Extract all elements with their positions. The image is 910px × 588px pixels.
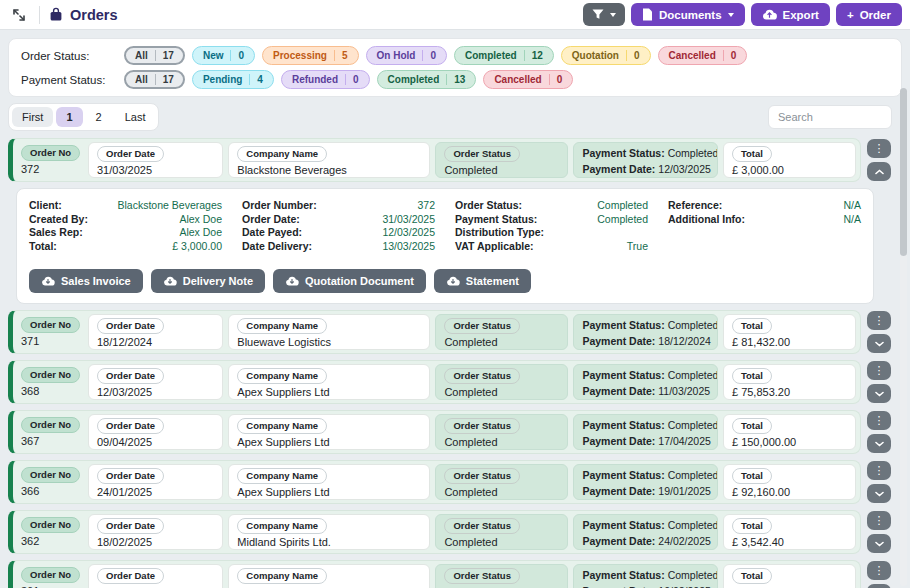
order-status-pill-new[interactable]: New0 — [192, 46, 255, 65]
chevron-down-icon[interactable] — [867, 434, 891, 453]
order-no-cell: Order No367 — [17, 414, 83, 450]
order-date-cell: Order Date09/04/2025 — [88, 414, 223, 450]
order-status-cell: Order Status Completed — [435, 142, 568, 178]
payment-cell: Payment Status: Completed Payment Date: … — [573, 142, 718, 178]
search-input[interactable] — [768, 105, 892, 129]
cloud-download-icon — [41, 276, 55, 286]
order-no-cell: Order No362 — [17, 514, 83, 550]
order-no-value: 371 — [21, 335, 75, 347]
pagination-last[interactable]: Last — [115, 107, 156, 127]
kebab-menu-icon[interactable]: ⋮ — [867, 361, 891, 380]
order-date-cell: Order Date18/12/2024 — [88, 314, 223, 350]
kebab-menu-icon[interactable]: ⋮ — [867, 511, 891, 530]
order-row-card[interactable]: Order No 372 Order Date 31/03/2025 Compa… — [8, 138, 861, 182]
order-no-cell: Order No366 — [17, 464, 83, 500]
order-no-cell: Order No368 — [17, 364, 83, 400]
order-row: Order No361Order Date10/02/2025Company N… — [8, 560, 892, 588]
order-no-value: 362 — [21, 535, 75, 547]
bag-icon — [49, 7, 63, 22]
order-row-card[interactable]: Order No366Order Date24/01/2025Company N… — [8, 460, 861, 504]
order-row-card[interactable]: Order No368Order Date12/03/2025Company N… — [8, 360, 861, 404]
kebab-menu-icon[interactable]: ⋮ — [867, 139, 891, 158]
chevron-down-icon[interactable] — [867, 484, 891, 503]
kebab-menu-icon[interactable]: ⋮ — [867, 311, 891, 330]
order-no-badge: Order No — [21, 467, 80, 483]
row-actions: ⋮ — [866, 510, 892, 554]
order-status-cell: Order StatusCompleted — [435, 464, 568, 500]
quotation-document-button[interactable]: Quotation Document — [273, 269, 426, 293]
order-date-cell: Order Date 31/03/2025 — [88, 142, 223, 178]
order-no-value: 366 — [21, 485, 75, 497]
detail-col-2: Order Number:372 Order Date:31/03/2025 D… — [242, 199, 435, 253]
statement-button[interactable]: Statement — [434, 269, 531, 293]
detail-col-4: Reference:N/A Additional Info:N/A — [668, 199, 861, 253]
order-no-cell: Order No 372 — [17, 142, 83, 178]
order-status-label: Order Status: — [21, 50, 117, 62]
sales-invoice-button[interactable]: Sales Invoice — [29, 269, 143, 293]
kebab-menu-icon[interactable]: ⋮ — [867, 561, 891, 580]
add-order-button[interactable]: + Order — [836, 3, 902, 26]
order-status-pill-quotation[interactable]: Quotation0 — [561, 46, 651, 65]
total-cell: Total£ 73,500.00 — [723, 564, 856, 588]
filter-button[interactable] — [583, 3, 625, 26]
row-actions: ⋮ — [866, 460, 892, 504]
order-status-pill-processing[interactable]: Processing5 — [262, 46, 358, 65]
payment-status-pill-all[interactable]: All17 — [124, 70, 185, 89]
document-buttons: Sales Invoice Delivery Note Quotation Do… — [29, 269, 861, 293]
total-cell: Total£ 81,432.00 — [723, 314, 856, 350]
row-actions: ⋮ — [866, 310, 892, 354]
order-no-cell: Order No371 — [17, 314, 83, 350]
vertical-scrollbar[interactable] — [900, 88, 907, 586]
chevron-down-icon[interactable] — [867, 534, 891, 553]
pagination-page-2[interactable]: 2 — [86, 107, 112, 127]
header-divider — [39, 6, 40, 24]
row-actions: ⋮ — [866, 410, 892, 454]
order-row: Order No367Order Date09/04/2025Company N… — [8, 410, 892, 454]
chevron-up-icon[interactable] — [867, 162, 891, 181]
chevron-down-icon[interactable] — [867, 334, 891, 353]
order-row-card[interactable]: Order No362Order Date18/02/2025Company N… — [8, 510, 861, 554]
pagination-first[interactable]: First — [12, 107, 53, 127]
order-row: Order No366Order Date24/01/2025Company N… — [8, 460, 892, 504]
order-row: Order No 372 Order Date 31/03/2025 Compa… — [8, 138, 892, 182]
scrollbar-thumb[interactable] — [900, 88, 907, 256]
pagination: First 1 2 Last — [8, 103, 159, 131]
delivery-note-button[interactable]: Delivery Note — [151, 269, 265, 293]
pagination-page-1[interactable]: 1 — [56, 107, 82, 127]
payment-cell: Payment Status: CompletedPayment Date: 1… — [573, 364, 718, 400]
order-no-badge: Order No — [21, 317, 80, 333]
order-detail-panel: Client:Blackstone Beverages Created By:A… — [16, 188, 874, 304]
plus-icon: + — [847, 9, 854, 21]
order-status-pill-all[interactable]: All17 — [124, 46, 185, 65]
documents-button[interactable]: Documents — [631, 3, 745, 26]
payment-status-pill-pending[interactable]: Pending4 — [192, 70, 274, 89]
order-row: Order No371Order Date18/12/2024Company N… — [8, 310, 892, 354]
order-row-card[interactable]: Order No367Order Date09/04/2025Company N… — [8, 410, 861, 454]
cloud-download-icon — [446, 276, 460, 286]
order-status-pill-cancelled[interactable]: Cancelled0 — [658, 46, 748, 65]
cloud-download-icon — [285, 276, 299, 286]
order-status-pill-completed[interactable]: Completed12 — [454, 46, 554, 65]
cloud-download-icon — [163, 276, 177, 286]
kebab-menu-icon[interactable]: ⋮ — [867, 461, 891, 480]
order-no-value: 368 — [21, 385, 75, 397]
payment-status-pill-cancelled[interactable]: Cancelled0 — [483, 70, 573, 89]
order-row-card[interactable]: Order No371Order Date18/12/2024Company N… — [8, 310, 861, 354]
company-cell: Company NameCrystal Glassware Ltd — [228, 564, 430, 588]
payment-status-pill-completed[interactable]: Completed13 — [377, 70, 477, 89]
kebab-menu-icon[interactable]: ⋮ — [867, 411, 891, 430]
chevron-down-icon[interactable] — [867, 584, 891, 588]
order-row-card[interactable]: Order No361Order Date10/02/2025Company N… — [8, 560, 861, 588]
order-status-pill-onhold[interactable]: On Hold0 — [366, 46, 447, 65]
order-no-badge: Order No — [21, 145, 80, 161]
cloud-upload-icon — [762, 9, 777, 20]
company-cell: Company NameApex Suppliers Ltd — [228, 464, 430, 500]
order-date-cell: Order Date10/02/2025 — [88, 564, 223, 588]
company-cell: Company Name Blackstone Beverages — [228, 142, 430, 178]
expand-icon[interactable] — [8, 4, 30, 26]
payment-cell: Payment Status: CompletedPayment Date: 2… — [573, 514, 718, 550]
payment-status-pill-refunded[interactable]: Refunded0 — [281, 70, 370, 89]
export-button[interactable]: Export — [751, 3, 830, 26]
total-cell: Total£ 150,000.00 — [723, 414, 856, 450]
chevron-down-icon[interactable] — [867, 384, 891, 403]
